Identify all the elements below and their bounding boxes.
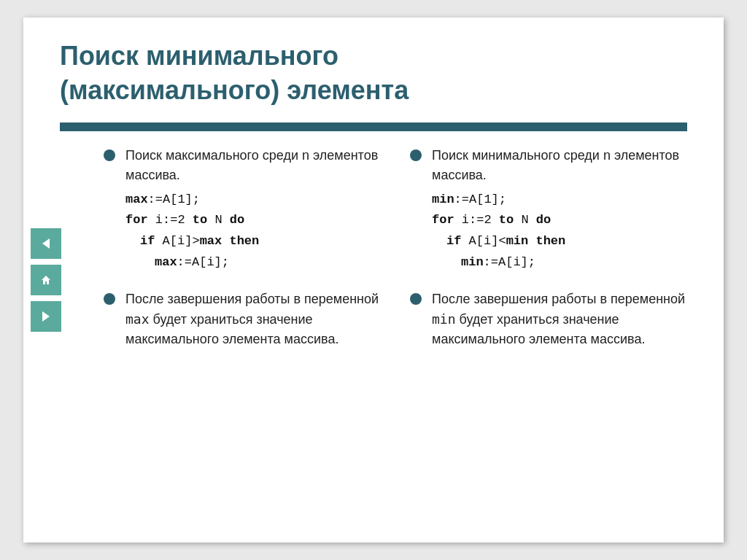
left-bullet-2: После завершения работы в переменной max… [104, 289, 381, 349]
nav-buttons [31, 228, 61, 332]
left-bullet-1: Поиск максимального среди n элементов ма… [104, 146, 381, 279]
bullet-dot-r1 [410, 149, 422, 161]
right-bullet-1-text: Поиск минимального среди n элементов мас… [432, 146, 687, 279]
right-bullet-1: Поиск минимального среди n элементов мас… [410, 146, 687, 279]
slide: Поиск минимального (максимального) элеме… [23, 18, 724, 542]
right-code-block: min:=A[1]; for i:=2 to N do if A[i]<min … [432, 190, 687, 274]
left-column: Поиск максимального среди n элементов ма… [104, 146, 381, 362]
content-area: Поиск максимального среди n элементов ма… [67, 131, 724, 376]
left-code-block: max:=A[1]; for i:=2 to N do if A[i]>max … [125, 190, 381, 274]
left-bullet-2-text: После завершения работы в переменной max… [125, 289, 381, 349]
right-bullet-2-text: После завершения работы в переменной min… [432, 289, 687, 349]
svg-marker-1 [42, 311, 50, 322]
slide-title: Поиск минимального (максимального) элеме… [60, 39, 687, 108]
title-area: Поиск минимального (максимального) элеме… [23, 18, 724, 122]
bullet-dot [104, 149, 115, 161]
bullet-dot-r2 [410, 293, 422, 305]
back-button[interactable] [31, 228, 61, 259]
right-column: Поиск минимального среди n элементов мас… [410, 146, 687, 362]
right-bullet-2: После завершения работы в переменной min… [410, 289, 687, 349]
forward-button[interactable] [31, 301, 61, 332]
home-button[interactable] [31, 265, 61, 295]
svg-marker-0 [42, 238, 50, 249]
divider-bar [60, 122, 687, 131]
bullet-dot-2 [104, 293, 115, 305]
left-bullet-1-text: Поиск максимального среди n элементов ма… [125, 146, 381, 279]
